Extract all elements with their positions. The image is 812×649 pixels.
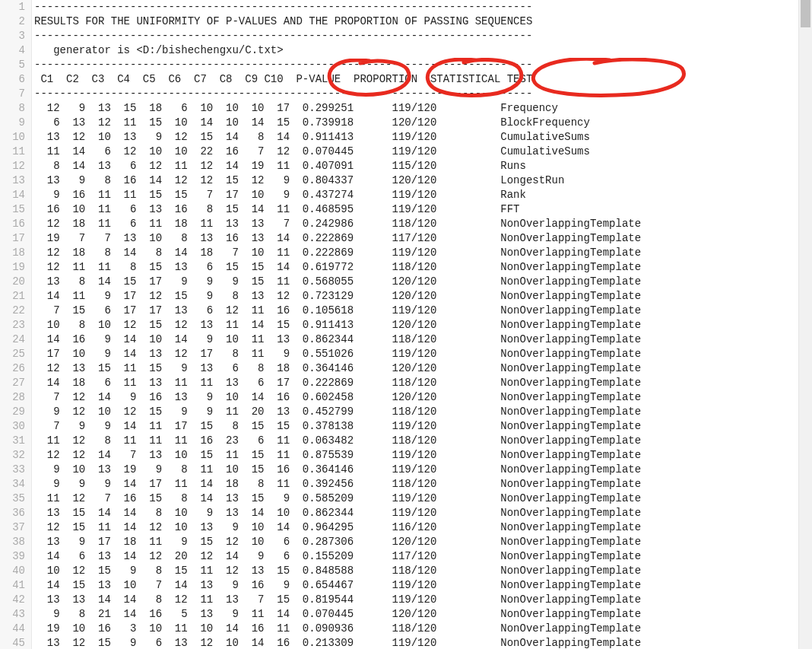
line-number: 1 bbox=[0, 0, 25, 14]
code-line: 7 9 9 14 11 17 15 8 15 15 0.378138 119/1… bbox=[34, 419, 799, 434]
code-line: 7 15 6 17 17 13 6 12 11 16 0.105618 119/… bbox=[34, 304, 799, 318]
code-line: 14 6 13 14 12 20 12 14 9 6 0.155209 117/… bbox=[34, 549, 799, 564]
line-number: 43 bbox=[0, 607, 25, 622]
code-line: 9 10 13 19 9 8 11 10 15 16 0.364146 119/… bbox=[34, 463, 799, 477]
line-number: 19 bbox=[0, 260, 25, 275]
code-line: 9 9 9 14 17 11 14 18 8 11 0.392456 118/1… bbox=[34, 477, 799, 492]
code-line: 14 11 9 17 12 15 9 8 13 12 0.723129 120/… bbox=[34, 289, 799, 304]
code-line: ----------------------------------------… bbox=[34, 58, 799, 72]
code-line: 8 14 13 6 12 11 12 14 19 11 0.407091 115… bbox=[34, 159, 799, 173]
line-number: 34 bbox=[0, 477, 25, 492]
line-number: 7 bbox=[0, 87, 25, 101]
line-number: 40 bbox=[0, 564, 25, 578]
line-number: 25 bbox=[0, 347, 25, 361]
line-number: 42 bbox=[0, 593, 25, 607]
line-number: 15 bbox=[0, 202, 25, 217]
line-number: 14 bbox=[0, 188, 25, 202]
line-number: 24 bbox=[0, 332, 25, 347]
code-line: 14 15 13 10 7 14 13 9 16 9 0.654467 119/… bbox=[34, 578, 799, 593]
code-line: 9 8 21 14 16 5 13 9 11 14 0.070445 120/1… bbox=[34, 607, 799, 622]
line-number: 8 bbox=[0, 101, 25, 116]
line-number: 13 bbox=[0, 173, 25, 188]
code-line: 12 18 8 14 8 14 18 7 10 11 0.222869 119/… bbox=[34, 246, 799, 260]
line-number: 6 bbox=[0, 72, 25, 87]
line-number: 37 bbox=[0, 520, 25, 535]
scrollbar-thumb[interactable] bbox=[801, 0, 810, 27]
code-line: 9 12 10 12 15 9 9 11 20 13 0.452799 118/… bbox=[34, 405, 799, 419]
code-line: 13 8 14 15 17 9 9 9 15 11 0.568055 120/1… bbox=[34, 275, 799, 289]
code-line: 19 7 7 13 10 8 13 16 13 14 0.222869 117/… bbox=[34, 231, 799, 246]
line-number: 39 bbox=[0, 549, 25, 564]
code-line: 11 12 8 11 11 11 16 23 6 11 0.063482 118… bbox=[34, 434, 799, 448]
line-number: 9 bbox=[0, 116, 25, 130]
code-line: ----------------------------------------… bbox=[34, 29, 799, 43]
code-line: generator is <D:/bishechengxu/C.txt> bbox=[34, 43, 799, 58]
line-number: 45 bbox=[0, 636, 25, 649]
code-line: 11 12 7 16 15 8 14 13 15 9 0.585209 119/… bbox=[34, 492, 799, 506]
line-number: 44 bbox=[0, 622, 25, 636]
code-line: 12 18 11 6 11 18 11 13 13 7 0.242986 118… bbox=[34, 217, 799, 231]
line-number: 30 bbox=[0, 419, 25, 434]
code-area[interactable]: ----------------------------------------… bbox=[32, 0, 799, 649]
code-line: 13 12 10 13 9 12 15 14 8 14 0.911413 119… bbox=[34, 130, 799, 145]
code-line: 14 16 9 14 10 14 9 10 11 13 0.862344 118… bbox=[34, 332, 799, 347]
code-line: 7 12 14 9 16 13 9 10 14 16 0.602458 120/… bbox=[34, 390, 799, 405]
line-number: 26 bbox=[0, 361, 25, 376]
line-number: 5 bbox=[0, 58, 25, 72]
line-number: 31 bbox=[0, 434, 25, 448]
line-number: 27 bbox=[0, 376, 25, 390]
line-number-gutter: 1234567891011121314151617181920212223242… bbox=[0, 0, 32, 649]
code-line: 12 13 15 11 15 9 13 6 8 18 0.364146 120/… bbox=[34, 361, 799, 376]
code-line: 6 13 12 11 15 10 14 10 14 15 0.739918 12… bbox=[34, 116, 799, 130]
line-number: 16 bbox=[0, 217, 25, 231]
code-line: 9 16 11 11 15 15 7 17 10 9 0.437274 119/… bbox=[34, 188, 799, 202]
code-line: 17 10 9 14 13 12 17 8 11 9 0.551026 119/… bbox=[34, 347, 799, 361]
line-number: 32 bbox=[0, 448, 25, 463]
code-line: 13 13 14 14 8 12 11 13 7 15 0.819544 119… bbox=[34, 593, 799, 607]
code-line: 16 10 11 6 13 16 8 15 14 11 0.468595 119… bbox=[34, 202, 799, 217]
line-number: 23 bbox=[0, 318, 25, 332]
text-editor: 1234567891011121314151617181920212223242… bbox=[0, 0, 799, 649]
code-line: RESULTS FOR THE UNIFORMITY OF P-VALUES A… bbox=[34, 14, 799, 29]
line-number: 10 bbox=[0, 130, 25, 145]
line-number: 36 bbox=[0, 506, 25, 520]
code-line: 12 11 11 8 15 13 6 15 15 14 0.619772 118… bbox=[34, 260, 799, 275]
code-line: 12 15 11 14 12 10 13 9 10 14 0.964295 11… bbox=[34, 520, 799, 535]
line-number: 20 bbox=[0, 275, 25, 289]
line-number: 28 bbox=[0, 390, 25, 405]
line-number: 35 bbox=[0, 492, 25, 506]
code-line: 11 14 6 12 10 10 22 16 7 12 0.070445 119… bbox=[34, 145, 799, 159]
line-number: 29 bbox=[0, 405, 25, 419]
code-line: 13 12 15 9 6 13 12 10 14 16 0.213309 119… bbox=[34, 636, 799, 649]
code-line: 13 15 14 14 8 10 9 13 14 10 0.862344 119… bbox=[34, 506, 799, 520]
code-line: ----------------------------------------… bbox=[34, 0, 799, 14]
line-number: 18 bbox=[0, 246, 25, 260]
line-number: 3 bbox=[0, 29, 25, 43]
code-line: 13 9 8 16 14 12 12 15 12 9 0.804337 120/… bbox=[34, 173, 799, 188]
code-line: 13 9 17 18 11 9 15 12 10 6 0.287306 120/… bbox=[34, 535, 799, 549]
line-number: 33 bbox=[0, 463, 25, 477]
code-line: 19 10 16 3 10 11 10 14 16 11 0.090936 11… bbox=[34, 622, 799, 636]
code-line: 10 8 10 12 15 12 13 11 14 15 0.911413 12… bbox=[34, 318, 799, 332]
code-line: ----------------------------------------… bbox=[34, 87, 799, 101]
code-line: C1 C2 C3 C4 C5 C6 C7 C8 C9 C10 P-VALUE P… bbox=[34, 72, 799, 87]
editor-viewport: 1234567891011121314151617181920212223242… bbox=[0, 0, 812, 649]
line-number: 21 bbox=[0, 289, 25, 304]
line-number: 41 bbox=[0, 578, 25, 593]
line-number: 17 bbox=[0, 231, 25, 246]
line-number: 22 bbox=[0, 304, 25, 318]
code-line: 12 9 13 15 18 6 10 10 10 17 0.299251 119… bbox=[34, 101, 799, 116]
code-line: 14 18 6 11 13 11 11 13 6 17 0.222869 118… bbox=[34, 376, 799, 390]
line-number: 2 bbox=[0, 14, 25, 29]
code-line: 12 12 14 7 13 10 15 11 15 11 0.875539 11… bbox=[34, 448, 799, 463]
line-number: 11 bbox=[0, 145, 25, 159]
line-number: 38 bbox=[0, 535, 25, 549]
line-number: 12 bbox=[0, 159, 25, 173]
code-line: 10 12 15 9 8 15 11 12 13 15 0.848588 118… bbox=[34, 564, 799, 578]
vertical-scrollbar[interactable] bbox=[798, 0, 812, 649]
line-number: 4 bbox=[0, 43, 25, 58]
